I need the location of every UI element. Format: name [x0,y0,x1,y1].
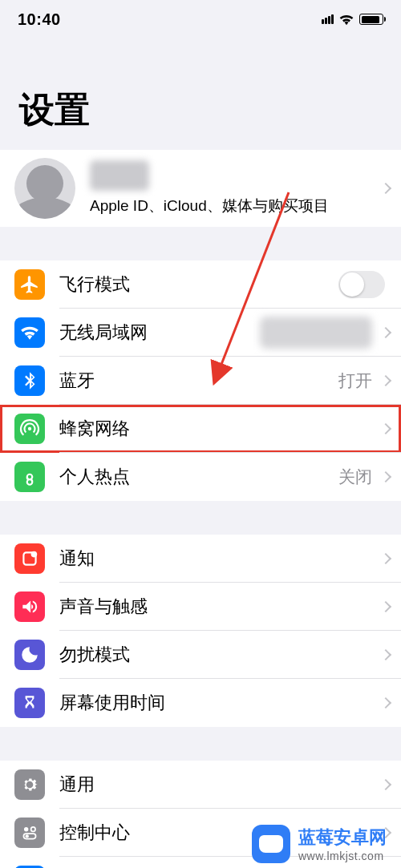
notifications-icon [14,543,45,574]
airplane-mode-row[interactable]: 飞行模式 [0,260,401,309]
chevron-right-icon [380,422,391,434]
wifi-row-icon [14,317,45,348]
hotspot-value: 关闭 [338,466,372,488]
battery-icon [359,14,383,25]
general-label: 通用 [59,773,95,797]
svg-point-2 [24,827,28,831]
chevron-right-icon [380,648,391,660]
avatar [14,158,75,219]
screentime-row[interactable]: 屏幕使用时间 [0,679,401,727]
control-center-icon [14,818,45,848]
bluetooth-label: 蓝牙 [59,369,95,393]
wifi-value-redacted [260,317,372,349]
cellular-icon [14,414,45,444]
notifications-row[interactable]: 通知 [0,535,401,583]
hotspot-label: 个人热点 [59,465,130,489]
airplane-icon [14,269,45,300]
wifi-row[interactable]: 无线局域网 [0,309,401,357]
dnd-row[interactable]: 勿扰模式 [0,631,401,679]
hotspot-icon [14,462,45,492]
status-indicators [322,14,383,26]
cellular-signal-icon [322,14,334,24]
chevron-right-icon [380,374,391,386]
dnd-label: 勿扰模式 [59,643,130,667]
bluetooth-icon [14,365,45,396]
profile-group: Apple ID、iCloud、媒体与购买项目 [0,150,401,227]
svg-point-1 [31,551,38,558]
cellular-row[interactable]: 蜂窝网络 [0,405,401,453]
hotspot-row[interactable]: 个人热点 关闭 [0,453,401,501]
svg-point-3 [31,827,35,831]
watermark: 蓝莓安卓网 www.lmkjst.com [252,825,387,863]
chevron-right-icon [380,778,391,789]
chevron-right-icon [380,326,391,337]
bluetooth-row[interactable]: 蓝牙 打开 [0,357,401,405]
sound-row[interactable]: 声音与触感 [0,583,401,631]
bluetooth-value: 打开 [338,369,372,392]
status-time: 10:40 [18,10,61,29]
control-center-label: 控制中心 [59,821,130,845]
airplane-mode-toggle[interactable] [338,271,385,298]
airplane-mode-label: 飞行模式 [59,273,130,297]
chevron-right-icon [380,697,391,709]
wifi-label: 无线局域网 [59,321,148,345]
apple-id-row[interactable]: Apple ID、iCloud、媒体与购买项目 [0,150,401,227]
chevron-right-icon [380,471,391,482]
sound-icon [14,591,45,622]
svg-point-5 [26,834,29,838]
sound-label: 声音与触感 [59,595,148,619]
dnd-icon [14,640,45,670]
network-group: 飞行模式 无线局域网 蓝牙 打开 [0,260,401,501]
page-title: 设置 [0,38,401,150]
chevron-right-icon [380,552,391,563]
notifications-label: 通知 [59,547,95,571]
chevron-right-icon [380,600,391,612]
general-icon [14,769,45,800]
cellular-label: 蜂窝网络 [59,417,130,441]
wifi-icon [338,14,354,26]
watermark-url: www.lmkjst.com [298,850,387,862]
general-row[interactable]: 通用 [0,761,401,809]
chevron-right-icon [380,183,391,194]
screentime-icon [14,688,45,718]
profile-name-redacted [90,160,149,191]
notifications-group: 通知 声音与触感 勿扰模式 屏幕使用时间 [0,535,401,727]
watermark-icon [252,825,290,863]
screentime-label: 屏幕使用时间 [59,691,165,715]
watermark-title: 蓝莓安卓网 [298,826,387,850]
status-bar: 10:40 [0,0,401,38]
profile-subtitle: Apple ID、iCloud、媒体与购买项目 [90,196,375,216]
